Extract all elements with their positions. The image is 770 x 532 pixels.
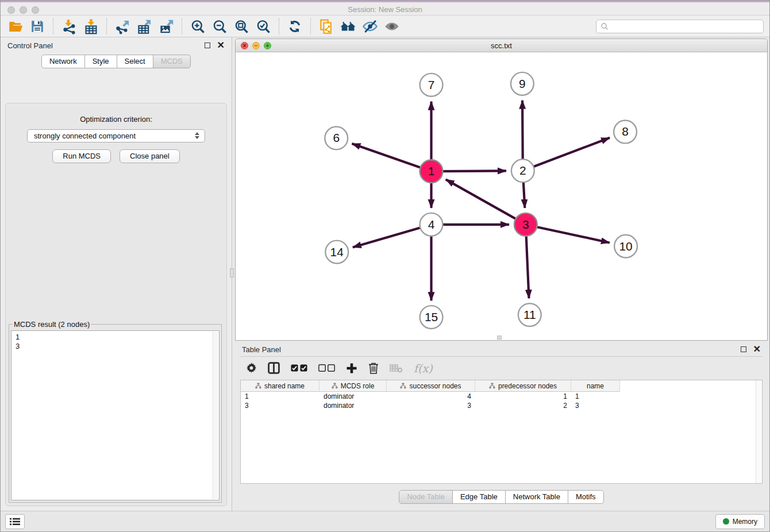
clone-network-icon[interactable] (317, 18, 336, 35)
graph-node-1[interactable]: 1 (420, 160, 443, 183)
table-header-row: shared name MCDS role successor nodes (241, 380, 762, 392)
close-panel-button[interactable]: Close panel (120, 149, 180, 163)
node-table: shared name MCDS role successor nodes (240, 380, 763, 484)
table-panel-title: Table Panel (242, 345, 281, 354)
column-type-icon (489, 383, 495, 389)
float-panel-icon[interactable] (205, 43, 210, 48)
graph-node-11[interactable]: 11 (518, 303, 541, 326)
graph-node-3[interactable]: 3 (514, 213, 537, 236)
show-columns-icon[interactable] (268, 362, 280, 374)
float-table-panel-icon[interactable] (741, 346, 746, 352)
network-resize-grip[interactable] (497, 336, 502, 340)
window-titlebar: Session: New Session (1, 1, 769, 16)
mcds-result-title: MCDS result (2 nodes) (13, 320, 91, 329)
tab-motifs[interactable]: Motifs (568, 490, 604, 504)
network-canvas[interactable]: 7968124314101511 (236, 52, 767, 340)
table-settings-gear-icon[interactable] (246, 363, 257, 373)
export-network-icon[interactable] (113, 18, 132, 35)
apply-layout-icon[interactable] (286, 18, 304, 35)
graph-node-10[interactable]: 10 (614, 235, 637, 258)
table-tabs: Node Table Edge Table Network Table Moti… (235, 490, 768, 504)
graph-node-14[interactable]: 14 (325, 241, 348, 264)
network-overview-icon[interactable] (339, 18, 357, 35)
import-network-icon[interactable] (60, 18, 78, 35)
tab-node-table[interactable]: Node Table (399, 490, 453, 504)
right-area: × − + scc.txt 7968124314101511 Table Pan… (234, 37, 769, 511)
svg-text:4: 4 (428, 218, 435, 231)
graph-node-9[interactable]: 9 (511, 72, 534, 95)
result-scrollbar[interactable] (213, 331, 218, 499)
create-column-plus-icon[interactable] (346, 363, 357, 374)
graph-edge-3-1[interactable] (446, 179, 518, 220)
control-panel-tabs: Network Style Select MCDS (1, 55, 232, 68)
graph-edge-4-14[interactable] (353, 227, 422, 247)
table-row[interactable]: 1 dominator 4 1 1 (241, 392, 762, 401)
column-header-predecessor-nodes[interactable]: predecessor nodes (475, 380, 571, 392)
table-row[interactable]: 3 dominator 3 2 3 (241, 401, 762, 410)
graph-node-8[interactable]: 8 (614, 121, 637, 144)
search-input[interactable] (612, 22, 759, 31)
zoom-selected-icon[interactable] (254, 18, 272, 35)
tab-mcds[interactable]: MCDS (153, 55, 191, 68)
control-panel: Control Panel ✕ Network Style Select MCD… (1, 37, 232, 511)
svg-text:6: 6 (333, 131, 340, 144)
task-history-button[interactable] (5, 514, 25, 529)
tab-network[interactable]: Network (41, 55, 85, 68)
control-panel-title: Control Panel (7, 41, 53, 50)
deselect-all-rows-icon[interactable] (318, 364, 335, 372)
hide-details-eye-icon[interactable] (361, 18, 379, 35)
table-panel: Table Panel ✕ (235, 342, 768, 511)
graph-node-4[interactable]: 4 (420, 213, 443, 236)
memory-button[interactable]: Memory (715, 514, 765, 529)
column-type-icon (332, 383, 338, 389)
graph-node-15[interactable]: 15 (420, 306, 443, 329)
mcds-result-line: 1 (16, 333, 210, 342)
export-table-icon[interactable] (135, 18, 153, 35)
graph-edge-1-2[interactable] (440, 171, 506, 171)
zoom-out-icon[interactable] (210, 18, 229, 35)
close-table-panel-icon[interactable]: ✕ (753, 346, 761, 352)
graph-node-7[interactable]: 7 (420, 74, 443, 97)
graph-edge-2-8[interactable] (532, 138, 610, 168)
graph-node-2[interactable]: 2 (511, 159, 534, 182)
mcds-pane: Optimization criterion: strongly connect… (5, 103, 227, 506)
open-folder-icon[interactable] (6, 18, 25, 35)
graph-edge-3-10[interactable] (534, 226, 610, 242)
delete-column-trash-icon[interactable] (368, 362, 379, 374)
panel-divider-grip[interactable] (230, 268, 234, 277)
network-window-titlebar[interactable]: × − + scc.txt (236, 39, 767, 52)
graph-node-6[interactable]: 6 (325, 127, 348, 150)
tab-edge-table[interactable]: Edge Table (452, 490, 506, 504)
close-panel-icon[interactable]: ✕ (217, 43, 225, 48)
save-session-icon[interactable] (28, 18, 47, 35)
import-table-icon[interactable] (82, 18, 100, 35)
export-image-icon[interactable] (157, 18, 175, 35)
graph-edge-2-3[interactable] (523, 180, 525, 208)
column-header-shared-name[interactable]: shared name (241, 380, 319, 392)
mcds-result-box[interactable]: 1 3 (11, 330, 220, 500)
show-details-eye-icon[interactable] (383, 18, 401, 35)
tab-style[interactable]: Style (84, 55, 117, 68)
optimization-criterion-select[interactable]: strongly connected component (27, 129, 205, 142)
column-header-successor-nodes[interactable]: successor nodes (387, 380, 475, 392)
svg-text:14: 14 (330, 245, 344, 259)
session-title: Session: New Session (1, 5, 769, 14)
select-all-rows-icon[interactable] (291, 364, 307, 372)
graph-edge-2-9[interactable] (522, 101, 523, 162)
zoom-fit-icon[interactable] (232, 18, 251, 35)
search-field[interactable] (596, 20, 764, 33)
graph-edge-1-6[interactable] (352, 144, 423, 168)
column-header-name[interactable]: name (571, 380, 620, 392)
zoom-in-icon[interactable] (188, 18, 207, 35)
run-mcds-button[interactable]: Run MCDS (52, 149, 111, 163)
tab-select[interactable]: Select (117, 55, 153, 68)
svg-text:3: 3 (522, 218, 529, 231)
network-graph[interactable]: 7968124314101511 (236, 52, 767, 340)
svg-text:7: 7 (428, 78, 435, 91)
workspace: Control Panel ✕ Network Style Select MCD… (1, 37, 769, 511)
table-scrollbar[interactable] (756, 380, 762, 483)
tab-network-table[interactable]: Network Table (505, 490, 568, 504)
table-toolbar: f(x) (240, 356, 763, 379)
column-header-mcds-role[interactable]: MCDS role (319, 380, 387, 392)
graph-edge-3-11[interactable] (526, 234, 529, 299)
